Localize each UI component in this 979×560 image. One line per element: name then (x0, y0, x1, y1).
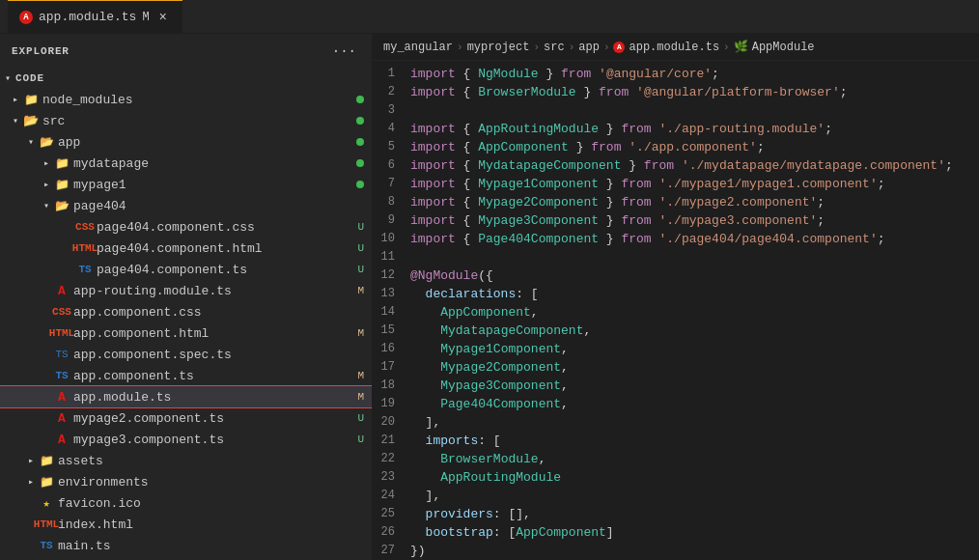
line-number: 8 (372, 193, 410, 211)
item-label: node_modules (42, 93, 356, 107)
code-line: 23 AppRoutingModule (372, 468, 979, 487)
folder-icon: 📁 (39, 453, 54, 468)
sidebar-header: EXPLORER ··· (0, 34, 372, 68)
sidebar-more-button[interactable]: ··· (328, 42, 360, 61)
list-item[interactable]: ▾ 📂 page404 (0, 195, 372, 216)
section-code[interactable]: ▾ CODE (0, 68, 372, 89)
list-item[interactable]: TS main.ts (0, 535, 372, 556)
token: ] (606, 525, 614, 540)
token: { (456, 177, 478, 191)
token (674, 158, 682, 173)
list-item[interactable]: A mypage2.component.ts U (0, 407, 372, 429)
breadcrumb-sep: › (603, 42, 610, 53)
code-line: 5import { AppComponent } from './app.com… (372, 138, 979, 156)
token: : [ (516, 287, 538, 301)
breadcrumb-item: app (578, 41, 600, 54)
token: import (410, 177, 456, 191)
dot-indicator (356, 181, 364, 188)
css-file-icon: CSS (54, 304, 70, 320)
code-line: 22 BrowserModule, (372, 450, 979, 468)
token: './app-routing.module' (658, 122, 825, 136)
list-item[interactable]: CSS page404.component.css U (0, 216, 372, 238)
token: , (531, 305, 539, 320)
list-item[interactable]: A app.module.ts M (0, 386, 372, 407)
angular-file-icon: A (54, 389, 70, 405)
token: } (621, 158, 643, 173)
code-line: 27}) (372, 542, 979, 560)
list-item[interactable]: ▾ 📂 app (0, 131, 372, 153)
token: : [ (493, 525, 516, 540)
token: from (621, 177, 651, 191)
line-number: 10 (372, 230, 410, 248)
token: ; (878, 177, 885, 191)
token: Mypage1Component (478, 177, 599, 191)
list-item[interactable]: CSS app.component.css (0, 301, 372, 322)
ts-file-icon: TS (54, 368, 70, 383)
line-number: 26 (372, 523, 410, 542)
title-bar: A app.module.ts M × (0, 0, 979, 34)
dot-indicator (356, 117, 364, 125)
line-content: import { Mypage1Component } from './mypa… (410, 175, 885, 193)
badge-m: M (357, 370, 364, 381)
list-item[interactable]: HTML page404.component.html U (0, 238, 372, 259)
list-item[interactable]: TS app.component.spec.ts (0, 344, 372, 365)
list-item[interactable]: TS page404.component.ts U (0, 259, 372, 280)
code-line: 10import { Page404Component } from './pa… (372, 230, 979, 248)
tab[interactable]: A app.module.ts M × (8, 0, 182, 34)
list-item[interactable]: HTML index.html (0, 514, 372, 535)
code-editor[interactable]: 1import { NgModule } from '@angular/core… (372, 61, 979, 560)
badge-u: U (357, 221, 364, 233)
angular-file-icon: A (54, 432, 70, 447)
list-item[interactable]: ▸ 📁 assets (0, 450, 372, 471)
line-content: import { MydatapageComponent } from './m… (410, 156, 953, 175)
badge-m: M (357, 391, 364, 403)
badge-u: U (357, 242, 364, 254)
list-item[interactable]: A mypage3.component.ts U (0, 429, 372, 450)
line-number: 1 (372, 65, 410, 83)
code-line: 21 imports: [ (372, 432, 979, 450)
ts-file-icon: TS (77, 262, 93, 277)
list-item[interactable]: A app-routing.module.ts M (0, 280, 372, 301)
line-content: providers: [], (410, 505, 531, 523)
line-content: import { Mypage2Component } from './mypa… (410, 193, 825, 211)
token (410, 287, 426, 301)
section-chevron-icon: ▾ (0, 70, 15, 86)
line-content: MydatapageComponent, (410, 322, 591, 340)
list-item[interactable]: TS app.component.ts M (0, 365, 372, 386)
token: , (561, 397, 569, 411)
token: , (561, 360, 569, 375)
code-line: 17 Mypage2Component, (372, 358, 979, 377)
token: Mypage1Component (440, 342, 561, 356)
item-label: favicon.ico (58, 496, 364, 511)
item-label: environments (58, 475, 364, 490)
breadcrumb-sep: › (457, 42, 463, 53)
token: ; (817, 213, 825, 228)
token (410, 397, 440, 411)
token: from (591, 140, 621, 154)
angular-file-icon: A (54, 283, 70, 298)
list-item[interactable]: ★ favicon.ico (0, 492, 372, 514)
list-item[interactable]: ▸ 📁 mypage1 (0, 174, 372, 195)
list-item[interactable]: ▾ 📂 src (0, 110, 372, 131)
code-line: 6import { MydatapageComponent } from './… (372, 156, 979, 175)
token: { (456, 195, 478, 210)
line-content: import { AppRoutingModule } from './app-… (410, 120, 832, 138)
list-item[interactable]: ▸ 📁 environments (0, 471, 372, 492)
list-item[interactable]: HTML app.component.html M (0, 322, 372, 344)
token: from (621, 195, 651, 210)
token: providers (426, 507, 493, 521)
html-file-icon: HTML (39, 517, 54, 532)
folder-open-icon: 📂 (39, 134, 54, 150)
folder-icon: 📁 (54, 177, 70, 192)
tab-close-button[interactable]: × (155, 10, 171, 25)
list-item[interactable]: ▸ 📁 node_modules (0, 89, 372, 110)
token: Mypage2Component (478, 195, 599, 210)
list-item[interactable]: ▸ 📁 mydatapage (0, 153, 372, 174)
token: import (410, 158, 456, 173)
line-content: import { AppComponent } from './app.comp… (410, 138, 765, 156)
item-label: mypage1 (73, 178, 356, 192)
token: ], (410, 415, 440, 430)
line-content: BrowserModule, (410, 450, 545, 468)
list-item[interactable]: TS polyfills.ts (0, 556, 372, 560)
editor: my_angular › myproject › src › app › A a… (372, 34, 979, 560)
